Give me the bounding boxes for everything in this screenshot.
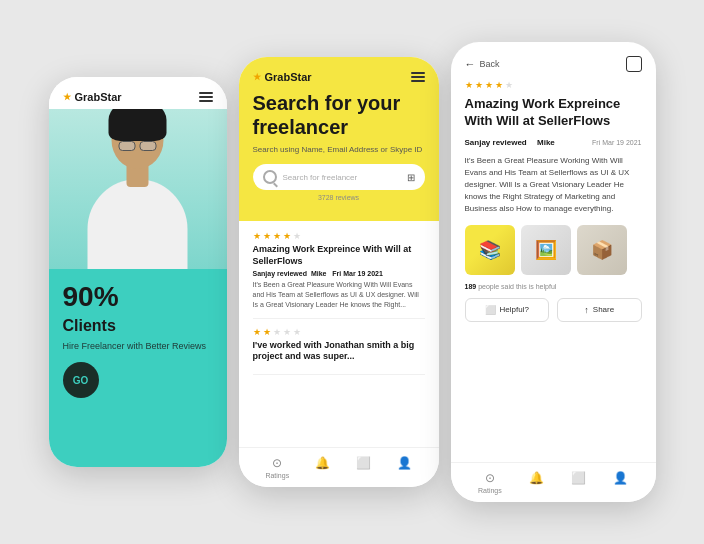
detail-thumb-2: 🖼️ <box>521 225 571 275</box>
helpful-label: people said this is helpful <box>478 283 556 290</box>
star-1: ★ <box>253 231 261 241</box>
detail-review-text: It's Been a Great Pleasure Working With … <box>465 155 642 215</box>
phone-mid-header: ★ GrabStar <box>239 57 439 91</box>
detail-meta: Sanjay reviewed Mike Fri Mar 19 2021 <box>465 138 642 147</box>
search-bar[interactable]: Search for freelancer ⊞ <box>253 164 425 190</box>
logo-left: ★ GrabStar <box>63 91 122 103</box>
nav-home-icon: ⬜ <box>356 456 371 470</box>
hero-image-left <box>49 109 227 269</box>
options-icon: ⊞ <box>407 172 415 183</box>
back-button[interactable]: ← Back <box>465 58 500 70</box>
hero-title-mid: Search for your freelancer <box>253 91 425 139</box>
mid-bottom-nav: ⊙ Ratings 🔔 ⬜ 👤 <box>239 447 439 487</box>
star-5: ★ <box>293 231 301 241</box>
stat-label: Clients <box>63 317 213 335</box>
helpful-button[interactable]: ⬜ Helpful? <box>465 298 550 322</box>
dstar-3: ★ <box>485 80 493 90</box>
nav-ratings-label: Ratings <box>265 472 289 479</box>
go-button[interactable]: GO <box>63 362 99 398</box>
nav-user-icon: 👤 <box>397 456 412 470</box>
phone-mid: ★ GrabStar Search for your freelancer Se… <box>239 57 439 487</box>
phone-right: ← Back ★ ★ ★ ★ ★ Amazing Work Expreince … <box>451 42 656 502</box>
nav-user-icon-right: 👤 <box>613 471 628 485</box>
logo-star-icon-mid: ★ <box>253 72 261 82</box>
helpful-text: 189 people said this is helpful <box>465 283 642 290</box>
star2-2: ★ <box>263 327 271 337</box>
review-item-1: ★ ★ ★ ★ ★ Amazing Work Expreince With Wi… <box>253 231 425 319</box>
nav-ratings-label-right: Ratings <box>478 487 502 494</box>
review1-reviewer-name: Mike <box>311 270 327 277</box>
nav-home-right[interactable]: ⬜ <box>571 471 586 494</box>
review2-stars: ★ ★ ★ ★ ★ <box>253 327 425 337</box>
star2-5: ★ <box>293 327 301 337</box>
review-item-2: ★ ★ ★ ★ ★ I've worked with Jonathan smit… <box>253 327 425 375</box>
star-2: ★ <box>263 231 271 241</box>
review1-meta: Sanjay reviewed Mike Fri Mar 19 2021 <box>253 270 425 277</box>
square-icon[interactable] <box>626 56 642 72</box>
hero-section-mid: Search for your freelancer Search using … <box>239 91 439 221</box>
share-button[interactable]: ↑ Share <box>557 298 642 322</box>
review2-title: I've worked with Jonathan smith a big pr… <box>253 340 425 363</box>
review1-title: Amazing Work Expreince With Will at Sell… <box>253 244 425 267</box>
stat-percentage: 90% <box>63 283 213 311</box>
hamburger-menu-mid[interactable] <box>411 72 425 82</box>
hero-sub-mid: Search using Name, Email Address or Skyp… <box>253 145 425 154</box>
phone-left: ★ GrabStar <box>49 77 227 467</box>
star2-4: ★ <box>283 327 291 337</box>
detail-reviewer-label: Sanjay reviewed <box>465 138 527 147</box>
app-container: ★ GrabStar <box>20 22 684 522</box>
nav-bell-mid[interactable]: 🔔 <box>315 456 330 479</box>
dstar-4: ★ <box>495 80 503 90</box>
detail-images: 📚 🖼️ 📦 <box>465 225 642 275</box>
reviews-count: 3728 reviews <box>253 194 425 201</box>
right-bottom-nav: ⊙ Ratings 🔔 ⬜ 👤 <box>451 462 656 502</box>
helpful-count: 189 <box>465 283 477 290</box>
mid-content: ★ ★ ★ ★ ★ Amazing Work Expreince With Wi… <box>239 221 439 447</box>
dstar-5: ★ <box>505 80 513 90</box>
detail-date: Fri Mar 19 2021 <box>592 139 641 146</box>
dstar-2: ★ <box>475 80 483 90</box>
logo-mid: ★ GrabStar <box>253 71 312 83</box>
back-label: Back <box>480 59 500 69</box>
phone-left-bottom: 90% Clients Hire Freelancer with Better … <box>49 269 227 467</box>
star2-1: ★ <box>253 327 261 337</box>
nav-ratings-mid[interactable]: ⊙ Ratings <box>265 456 289 479</box>
brand-name-mid: GrabStar <box>265 71 312 83</box>
detail-thumb-1: 📚 <box>465 225 515 275</box>
review1-reviewer-label: Sanjay reviewed <box>253 270 307 277</box>
star-4: ★ <box>283 231 291 241</box>
brand-name-left: GrabStar <box>75 91 122 103</box>
nav-bell-icon: 🔔 <box>315 456 330 470</box>
sub-label: Hire Freelancer with Better Reviews <box>63 341 213 353</box>
helpful-icon: ⬜ <box>485 305 496 315</box>
star-3: ★ <box>273 231 281 241</box>
detail-review-title: Amazing Work Expreince With Will at Sell… <box>465 96 642 130</box>
search-icon <box>263 170 277 184</box>
helpful-btn-label: Helpful? <box>500 305 529 314</box>
search-placeholder: Search for freelancer <box>283 173 401 182</box>
nav-user-right[interactable]: 👤 <box>613 471 628 494</box>
nav-home-mid[interactable]: ⬜ <box>356 456 371 479</box>
dstar-1: ★ <box>465 80 473 90</box>
nav-ratings-right[interactable]: ⊙ Ratings <box>478 471 502 494</box>
hamburger-menu-left[interactable] <box>199 92 213 102</box>
review1-text: It's Been a Great Pleasure Working With … <box>253 280 425 309</box>
nav-bell-right[interactable]: 🔔 <box>529 471 544 494</box>
detail-content: ★ ★ ★ ★ ★ Amazing Work Expreince With Wi… <box>451 80 656 462</box>
nav-ratings-icon-right: ⊙ <box>485 471 495 485</box>
phone-left-header: ★ GrabStar <box>49 77 227 109</box>
nav-ratings-icon: ⊙ <box>272 456 282 470</box>
nav-user-mid[interactable]: 👤 <box>397 456 412 479</box>
nav-home-icon-right: ⬜ <box>571 471 586 485</box>
detail-thumb-3: 📦 <box>577 225 627 275</box>
detail-stars: ★ ★ ★ ★ ★ <box>465 80 642 90</box>
logo-star-icon: ★ <box>63 92 71 102</box>
detail-reviewer-name: Mike <box>537 138 555 147</box>
action-buttons: ⬜ Helpful? ↑ Share <box>465 298 642 322</box>
back-arrow-icon: ← <box>465 58 476 70</box>
share-btn-label: Share <box>593 305 614 314</box>
review1-stars: ★ ★ ★ ★ ★ <box>253 231 425 241</box>
phone-right-topbar: ← Back <box>451 42 656 80</box>
star2-3: ★ <box>273 327 281 337</box>
share-icon: ↑ <box>584 305 589 315</box>
